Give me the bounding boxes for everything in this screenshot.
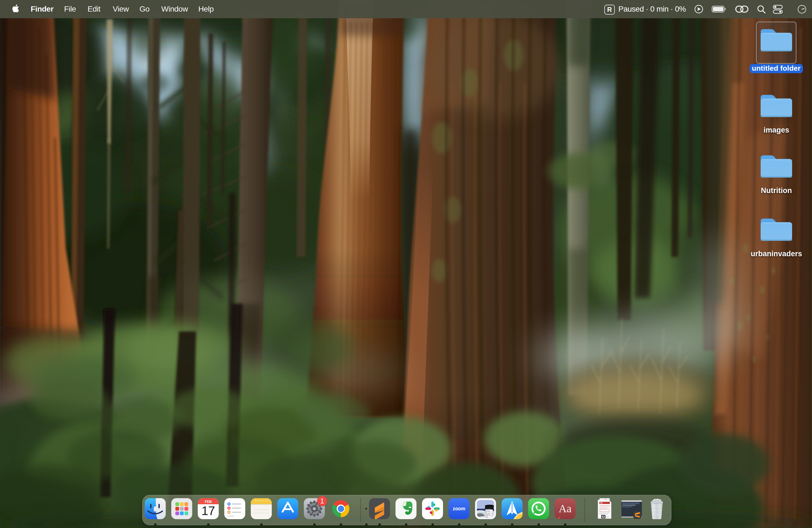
svg-text:Aa: Aa bbox=[559, 502, 572, 515]
svg-text:zoom: zoom bbox=[453, 506, 465, 511]
svg-text:FEB: FEB bbox=[205, 500, 212, 504]
svg-text:17: 17 bbox=[202, 504, 215, 517]
